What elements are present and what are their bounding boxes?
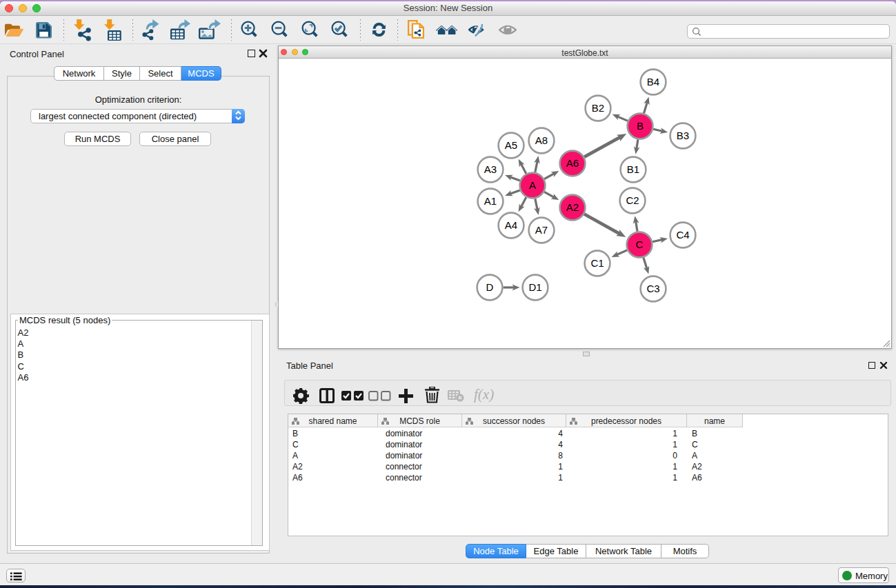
svg-text:A2: A2 [566,201,579,213]
svg-text:C2: C2 [626,194,639,206]
svg-text:A7: A7 [535,224,548,236]
svg-text:A3: A3 [484,163,497,175]
svg-text:B3: B3 [677,130,689,141]
svg-text:A: A [529,179,536,191]
svg-text:C3: C3 [646,283,659,294]
svg-text:A4: A4 [505,219,517,231]
svg-text:D1: D1 [528,281,541,293]
svg-text:C4: C4 [676,229,689,241]
svg-text:C1: C1 [590,257,604,269]
svg-text:A8: A8 [535,134,548,146]
svg-text:A5: A5 [505,139,517,151]
svg-text:D: D [486,281,494,293]
svg-text:B1: B1 [627,163,639,175]
svg-text:A1: A1 [484,195,497,207]
svg-text:B4: B4 [647,76,659,88]
svg-text:A6: A6 [566,157,579,169]
svg-text:C: C [636,239,644,250]
svg-text:B: B [637,120,644,132]
svg-text:B2: B2 [592,102,604,114]
